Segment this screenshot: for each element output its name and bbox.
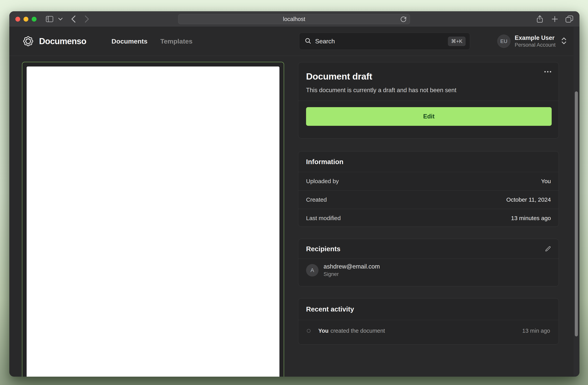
url-text: localhost [283, 16, 305, 22]
info-value: October 11, 2024 [506, 196, 551, 203]
zoom-window-button[interactable] [32, 17, 37, 22]
documenso-logo-icon [22, 35, 34, 47]
sidebar-toggle-icon[interactable] [45, 11, 54, 27]
minimize-window-button[interactable] [23, 17, 28, 22]
search-icon [305, 38, 311, 45]
info-label: Uploaded by [306, 178, 339, 184]
browser-window: localhost [9, 11, 579, 377]
browser-toolbar: localhost [9, 11, 579, 27]
information-title: Information [306, 158, 343, 166]
nav-documents[interactable]: Documents [111, 38, 147, 45]
nav-templates[interactable]: Templates [160, 38, 192, 45]
card-divider [298, 101, 559, 101]
user-name: Example User [515, 34, 556, 41]
info-row-uploaded-by: Uploaded by You [298, 172, 559, 190]
edit-button[interactable]: Edit [306, 107, 552, 126]
information-card: Information Uploaded by You Created Octo… [298, 151, 559, 227]
recent-activity-card: Recent activity You created the document… [298, 298, 559, 344]
share-icon[interactable] [535, 11, 545, 27]
recipients-title: Recipients [306, 245, 340, 253]
brand-name: Documenso [39, 36, 86, 46]
document-preview-frame [22, 62, 284, 377]
scrollbar-thumb[interactable] [575, 91, 578, 336]
tab-overview-icon[interactable] [564, 11, 574, 27]
reload-icon[interactable] [400, 16, 407, 24]
activity-time: 13 min ago [522, 328, 550, 334]
search-shortcut-badge: ⌘+K [448, 37, 465, 46]
chevrons-up-down-icon [561, 37, 567, 45]
document-page [27, 67, 279, 377]
search-input[interactable] [315, 38, 444, 45]
user-menu[interactable]: EU Example User Personal Account [497, 34, 567, 48]
info-label: Last modified [306, 215, 341, 222]
recipient-email: ashdrew@email.com [324, 263, 380, 270]
app-header: Documenso Documents Templates ⌘+K EU Exa… [9, 27, 579, 56]
documenso-logo[interactable]: Documenso [22, 35, 86, 47]
activity-actor: You [318, 328, 329, 334]
info-value: You [541, 178, 551, 184]
document-draft-card: Document draft This document is currentl… [298, 62, 559, 138]
user-avatar: EU [497, 35, 510, 48]
chevron-down-icon[interactable] [57, 11, 64, 27]
address-bar[interactable]: localhost [178, 14, 410, 24]
main-nav: Documents Templates [111, 38, 192, 45]
user-account-type: Personal Account [515, 42, 556, 48]
document-status-subtitle: This document is currently a draft and h… [298, 82, 559, 101]
info-value: 13 minutes ago [511, 215, 551, 222]
forward-icon[interactable] [82, 11, 91, 27]
new-tab-icon[interactable] [550, 11, 559, 27]
close-window-button[interactable] [15, 17, 20, 22]
info-row-last-modified: Last modified 13 minutes ago [298, 209, 559, 227]
recipients-card: Recipients A ashdrew@email.com Signer [298, 239, 559, 286]
recipient-role: Signer [324, 271, 380, 277]
more-options-icon[interactable] [544, 70, 552, 74]
activity-action: created the document [331, 328, 385, 334]
search-bar[interactable]: ⌘+K [299, 33, 470, 50]
info-row-created: Created October 11, 2024 [298, 191, 559, 209]
recipient-row: A ashdrew@email.com Signer [298, 259, 559, 282]
scrollbar-track[interactable] [574, 27, 579, 377]
document-status-title: Document draft [306, 71, 551, 82]
recipient-avatar: A [306, 264, 318, 276]
info-label: Created [306, 196, 327, 203]
activity-dot-icon [307, 329, 311, 333]
recent-activity-title: Recent activity [306, 305, 354, 313]
back-icon[interactable] [69, 11, 78, 27]
activity-row: You created the document 13 min ago [298, 320, 559, 341]
edit-recipients-pencil-icon[interactable] [545, 246, 551, 252]
